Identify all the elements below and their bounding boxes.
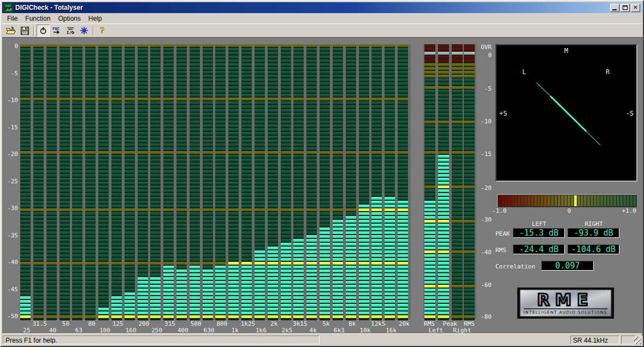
correlation-segment: [541, 195, 543, 206]
toolbar: FNC I/O ?: [2, 23, 642, 37]
meter-scale-tick: -20: [475, 185, 492, 191]
frequency-tick: 125: [113, 321, 123, 327]
settings-button[interactable]: [78, 25, 91, 37]
meter-scale-tick: OVR: [475, 44, 492, 50]
meter-scale-tick: -80: [475, 314, 492, 320]
save-button[interactable]: [18, 25, 31, 37]
correlation-segment: [498, 195, 501, 206]
spectrum-bar: [346, 44, 356, 320]
io-setup-button[interactable]: I/O: [64, 25, 77, 37]
meter-strip: [424, 44, 435, 320]
meter-scale-tick: -10: [475, 118, 492, 124]
spectrum-db-tick: -5: [4, 70, 18, 76]
power-toggle-button[interactable]: [37, 25, 50, 37]
correlation-segment: [518, 195, 521, 206]
spectrum-bar: [293, 44, 304, 320]
frequency-tick: 5k: [322, 321, 329, 327]
correlation-segment: [505, 195, 507, 206]
frequency-tick: 630: [204, 327, 215, 333]
correlation-segment: [528, 195, 530, 206]
frequency-tick: 2k5: [282, 327, 293, 333]
frequency-tick: 100: [99, 327, 110, 333]
meter-scale-tick: 0: [475, 52, 492, 58]
correlation-segment: [515, 195, 517, 206]
close-button[interactable]: ✕: [631, 4, 640, 12]
correlation-segment: [577, 195, 580, 206]
correlation-segment: [544, 195, 547, 206]
spectrum-bar: [281, 44, 291, 320]
blue-starburst-icon: [80, 26, 88, 35]
analyzer-client-area: 0-5-10-15-20-25-30-35-40-45-50 2531.5405…: [2, 37, 644, 336]
open-file-button[interactable]: [4, 25, 17, 37]
spectrum-bar: [398, 44, 408, 320]
spectrum-bar: [371, 44, 382, 320]
correlation-segment: [537, 195, 540, 206]
correlation-segment: [531, 195, 534, 206]
frequency-tick: 160: [126, 327, 137, 333]
peak-label: PEAK: [495, 231, 510, 237]
correlation-segment: [587, 195, 590, 206]
correlation-segment: [534, 195, 537, 206]
correlation-segment: [610, 195, 613, 206]
spectrum-bar: [268, 44, 278, 320]
correlation-segment: [607, 195, 610, 206]
frequency-tick: 1k25: [241, 321, 256, 327]
frequency-tick: 25: [23, 327, 30, 333]
rms-right-readout: -104.6 dB: [568, 244, 619, 254]
meter-group-label: Right: [453, 327, 471, 333]
corr-max-label: +1.0: [622, 208, 637, 214]
io-list-icon: I/O: [66, 27, 75, 35]
level-meters: [423, 44, 476, 320]
meter-strip: [438, 44, 449, 320]
correlation-segment: [594, 195, 596, 206]
spectrum-db-tick: -10: [4, 97, 18, 103]
correlation-segment: [617, 195, 619, 206]
correlation-segment: [551, 195, 554, 206]
correlation-segment: [620, 195, 623, 206]
frequency-tick: 200: [138, 321, 149, 327]
fnc-arrow-icon: FNC: [52, 26, 62, 35]
help-question-icon: ?: [99, 26, 106, 35]
maximize-icon: [623, 5, 628, 10]
frequency-tick: 10k: [360, 327, 371, 333]
svg-text:?: ?: [100, 26, 104, 35]
correlation-segment: [524, 195, 527, 206]
corr-min-label: -1.0: [492, 208, 507, 214]
menu-options[interactable]: Options: [54, 14, 84, 23]
menu-function[interactable]: Function: [21, 14, 54, 23]
spectrum-db-tick: -50: [4, 313, 18, 319]
spectrum-bar: [228, 44, 239, 320]
rme-logo-image: RME INTELLIGENT AUDIO SOLUTIONS: [517, 288, 614, 319]
correlation-label: Correlation: [495, 264, 535, 270]
frequency-tick: 3k15: [293, 321, 308, 327]
help-button[interactable]: ?: [96, 25, 109, 37]
spectrum-bar: [190, 44, 200, 320]
spectrum-db-tick: -20: [4, 151, 18, 157]
scope-label-minus-s: -S: [626, 111, 634, 117]
menu-help[interactable]: Help: [85, 14, 106, 23]
power-icon: [39, 27, 47, 34]
right-channel-header: RIGHT: [566, 221, 621, 227]
frequency-tick: 16k: [386, 327, 397, 333]
scope-label-l: L: [522, 69, 526, 75]
frequency-tick: 1k6: [256, 327, 267, 333]
floppy-disk-icon: [21, 27, 29, 35]
spectrum-db-tick: -40: [4, 259, 18, 265]
toolbar-separator: [33, 26, 34, 35]
spectrum-bar: [33, 44, 44, 320]
spectrum-bar: [215, 44, 226, 320]
frequency-tick: 315: [164, 321, 175, 327]
spectrum-bar: [125, 44, 135, 320]
maximize-button[interactable]: [621, 4, 630, 12]
correlation-segment: [600, 195, 603, 206]
title-bar[interactable]: DSP DIGICheck - Totalyser ✕: [2, 2, 642, 13]
app-icon: DSP: [4, 4, 13, 12]
spectrum-db-tick: -35: [4, 232, 18, 238]
menu-file[interactable]: File: [3, 14, 21, 23]
resize-grip[interactable]: [634, 337, 641, 344]
spectrum-bar: [241, 44, 252, 320]
function-select-button[interactable]: FNC: [50, 25, 63, 37]
scope-label-m: M: [564, 48, 568, 54]
correlation-meter: [497, 194, 637, 207]
minimize-button[interactable]: [610, 4, 619, 12]
